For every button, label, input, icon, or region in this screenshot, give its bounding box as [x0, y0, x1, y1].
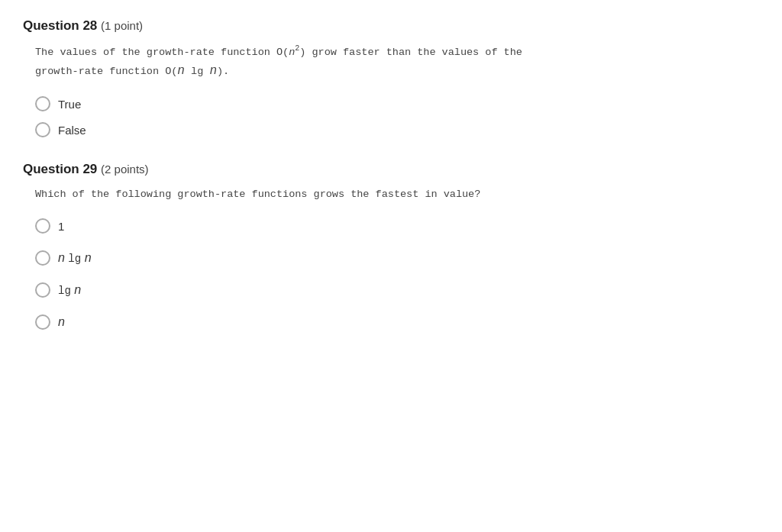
radio-n[interactable]: [35, 314, 50, 330]
question-28-options: True False: [23, 96, 759, 137]
option-n-label: n: [58, 315, 65, 329]
option-false[interactable]: False: [35, 122, 759, 137]
question-29-options: 1 n lg n lg n n: [23, 218, 759, 330]
question-29-title: Question 29 (2 points): [23, 162, 759, 177]
question-28-body: The values of the growth-rate function O…: [23, 43, 759, 81]
option-1-label: 1: [58, 220, 64, 233]
question-28-title: Question 28 (1 point): [23, 18, 759, 34]
option-true-label: True: [58, 98, 81, 111]
radio-lgn[interactable]: [35, 282, 50, 298]
radio-false[interactable]: [35, 122, 50, 137]
option-1[interactable]: 1: [35, 218, 759, 234]
question-29-body: Which of the following growth-rate funct…: [23, 186, 759, 203]
question-28: Question 28 (1 point) The values of the …: [23, 18, 759, 137]
option-nlgn-label: n lg n: [58, 251, 92, 265]
option-n[interactable]: n: [35, 314, 759, 330]
option-nlgn[interactable]: n lg n: [35, 250, 759, 266]
question-29: Question 29 (2 points) Which of the foll…: [23, 162, 759, 330]
radio-true[interactable]: [35, 96, 50, 111]
option-lgn[interactable]: lg n: [35, 282, 759, 298]
radio-nlgn[interactable]: [35, 250, 50, 266]
option-lgn-label: lg n: [58, 283, 81, 297]
radio-1[interactable]: [35, 218, 50, 234]
option-true[interactable]: True: [35, 96, 759, 111]
option-false-label: False: [58, 124, 86, 137]
